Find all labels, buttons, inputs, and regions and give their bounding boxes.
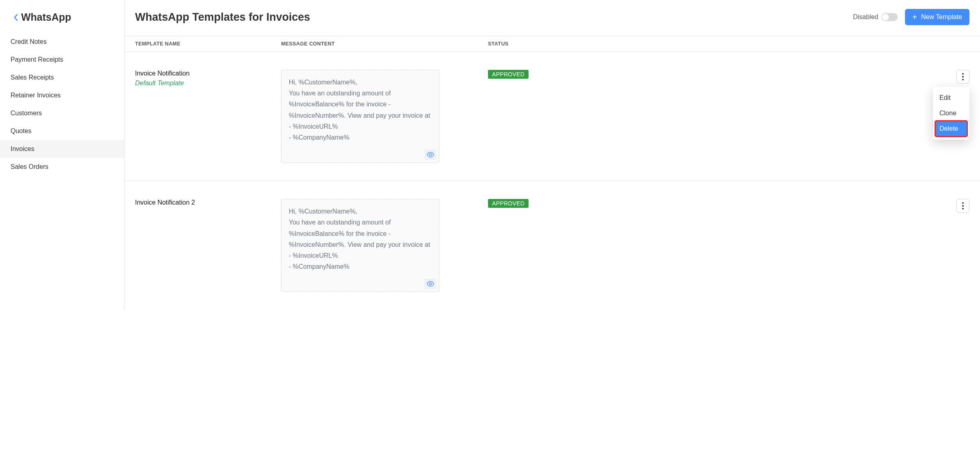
status-cell: APPROVED [488,70,593,79]
default-template-label: Default Template [135,80,281,87]
sidebar-item-retainer-invoices[interactable]: Retainer Invoices [0,86,124,104]
template-name-cell: Invoice Notification Default Template [135,70,281,87]
header-actions: Disabled + New Template [853,9,969,25]
col-template-name: TEMPLATE NAME [135,41,281,47]
svg-point-1 [429,283,431,285]
row-menu-button[interactable] [956,199,969,213]
sidebar-item-invoices[interactable]: Invoices [0,140,124,158]
status-badge: APPROVED [488,199,529,208]
chevron-left-icon [13,13,19,22]
toggle-switch[interactable] [881,13,898,21]
row-actions: Edit Clone Delete [593,70,969,84]
eye-icon [426,281,434,287]
row-menu-dropdown: Edit Clone Delete [933,87,969,140]
status-cell: APPROVED [488,199,593,208]
table-header: TEMPLATE NAME MESSAGE CONTENT STATUS [125,36,980,52]
disabled-toggle-group[interactable]: Disabled [853,13,898,21]
table-row: Invoice Notification 2 Hi, %CustomerName… [125,181,980,310]
toggle-label: Disabled [853,13,878,21]
sidebar-item-sales-orders[interactable]: Sales Orders [0,158,124,176]
status-badge: APPROVED [488,70,529,79]
col-status: STATUS [488,41,593,47]
message-text: Hi, %CustomerName%, You have an outstand… [289,77,432,143]
kebab-icon [962,202,964,209]
template-name: Invoice Notification [135,70,281,77]
sidebar-list: Credit Notes Payment Receipts Sales Rece… [0,33,124,176]
plus-icon: + [912,13,917,21]
message-box: Hi, %CustomerName%, You have an outstand… [281,70,439,163]
message-text: Hi, %CustomerName%, You have an outstand… [289,206,432,272]
template-name-cell: Invoice Notification 2 [135,199,281,206]
sidebar-header[interactable]: WhatsApp [0,0,124,33]
menu-clone[interactable]: Clone [935,106,967,121]
sidebar: WhatsApp Credit Notes Payment Receipts S… [0,0,125,310]
template-name: Invoice Notification 2 [135,199,281,206]
menu-delete[interactable]: Delete [935,121,967,136]
menu-edit[interactable]: Edit [935,90,967,106]
message-box: Hi, %CustomerName%, You have an outstand… [281,199,439,292]
sidebar-title: WhatsApp [21,11,71,23]
sidebar-item-sales-receipts[interactable]: Sales Receipts [0,69,124,86]
page-title: WhatsApp Templates for Invoices [135,11,853,24]
row-menu-button[interactable] [956,70,969,84]
page-header: WhatsApp Templates for Invoices Disabled… [125,0,980,36]
col-message-content: MESSAGE CONTENT [281,41,488,47]
row-actions [593,199,969,213]
sidebar-item-customers[interactable]: Customers [0,104,124,122]
preview-button[interactable] [424,149,436,160]
table-row: Invoice Notification Default Template Hi… [125,52,980,181]
message-cell: Hi, %CustomerName%, You have an outstand… [281,199,488,292]
new-template-button[interactable]: + New Template [905,9,969,25]
kebab-icon [962,73,964,80]
preview-button[interactable] [424,278,436,289]
eye-icon [426,152,434,158]
sidebar-item-quotes[interactable]: Quotes [0,122,124,140]
new-template-label: New Template [921,13,962,21]
sidebar-item-credit-notes[interactable]: Credit Notes [0,33,124,51]
message-cell: Hi, %CustomerName%, You have an outstand… [281,70,488,163]
sidebar-item-payment-receipts[interactable]: Payment Receipts [0,51,124,69]
svg-point-0 [429,154,431,156]
main-content: WhatsApp Templates for Invoices Disabled… [125,0,980,310]
